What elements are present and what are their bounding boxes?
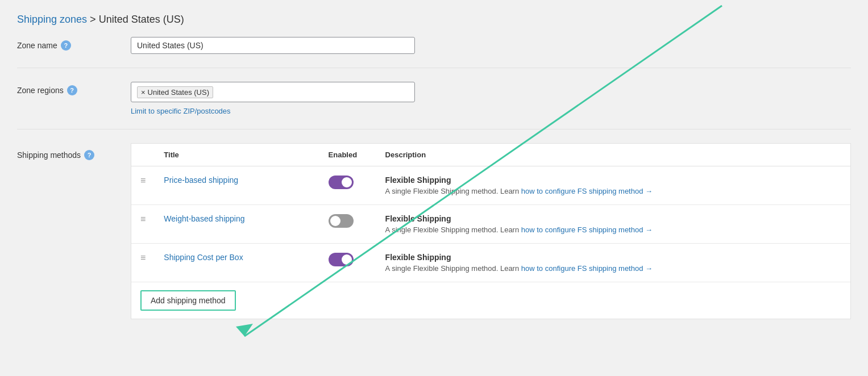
zone-regions-help-icon[interactable]: ? xyxy=(67,85,77,95)
method-title-cell: Price-based shipping xyxy=(155,166,319,205)
zone-regions-label: Zone regions xyxy=(17,86,64,95)
methods-table-wrapper: Title Enabled Description ≡ Price-based … xyxy=(131,143,851,319)
tag-remove[interactable]: × xyxy=(141,88,146,97)
method-desc-body: A single Flexible Shipping method. Learn… xyxy=(385,187,841,195)
method-title-link[interactable]: Price-based shipping xyxy=(164,176,238,185)
shipping-methods-section: Shipping methods ? Title Enabled Descrip… xyxy=(17,143,851,319)
zone-name-label: Zone name xyxy=(17,41,57,50)
method-title-link[interactable]: Shipping Cost per Box xyxy=(164,253,243,262)
method-title-cell: Weight-based shipping xyxy=(155,205,319,244)
configure-link[interactable]: how to configure FS shipping method → xyxy=(521,225,653,234)
method-title-link[interactable]: Weight-based shipping xyxy=(164,214,244,223)
drag-handle-icon[interactable]: ≡ xyxy=(140,214,146,224)
col-handle xyxy=(131,144,155,166)
method-desc-cell: Flexible Shipping A single Flexible Ship… xyxy=(376,205,850,244)
method-desc-title: Flexible Shipping xyxy=(385,176,841,185)
configure-link[interactable]: how to configure FS shipping method → xyxy=(521,264,653,273)
region-tag[interactable]: × United States (US) xyxy=(137,86,213,98)
toggle-slider xyxy=(329,214,354,228)
drag-handle-cell: ≡ xyxy=(131,205,155,244)
drag-handle-cell: ≡ xyxy=(131,166,155,205)
tag-label: United States (US) xyxy=(148,88,209,97)
col-enabled-header: Enabled xyxy=(319,144,376,166)
breadcrumb-current: United States (US) xyxy=(99,14,184,25)
col-title-header: Title xyxy=(155,144,319,166)
toggle-slider xyxy=(329,253,354,266)
add-method-cell: Add shipping method xyxy=(131,282,850,319)
shipping-methods-label-col: Shipping methods ? xyxy=(17,143,131,160)
methods-table: Title Enabled Description ≡ Price-based … xyxy=(131,144,850,319)
add-method-row: Add shipping method xyxy=(131,282,850,319)
zone-regions-control: × United States (US) Limit to specific Z… xyxy=(131,82,851,115)
add-shipping-method-button[interactable]: Add shipping method xyxy=(140,290,236,311)
zone-regions-label-col: Zone regions ? xyxy=(17,82,131,95)
method-desc-cell: Flexible Shipping A single Flexible Ship… xyxy=(376,244,850,282)
zone-name-input[interactable] xyxy=(131,37,415,54)
zone-regions-section: Zone regions ? × United States (US) Limi… xyxy=(17,82,851,129)
table-row: ≡ Shipping Cost per Box Flexible Shippin… xyxy=(131,244,850,282)
method-title-cell: Shipping Cost per Box xyxy=(155,244,319,282)
table-row: ≡ Weight-based shipping Flexible Shippin… xyxy=(131,205,850,244)
limit-zip-link[interactable]: Limit to specific ZIP/postcodes xyxy=(131,107,851,115)
method-toggle[interactable] xyxy=(329,214,354,228)
method-toggle[interactable] xyxy=(329,253,354,266)
zone-name-control xyxy=(131,37,851,54)
method-desc-cell: Flexible Shipping A single Flexible Ship… xyxy=(376,166,850,205)
table-header-row: Title Enabled Description xyxy=(131,144,850,166)
breadcrumb-separator: > xyxy=(90,14,96,25)
method-desc-body: A single Flexible Shipping method. Learn… xyxy=(385,225,841,234)
col-description-header: Description xyxy=(376,144,850,166)
drag-handle-cell: ≡ xyxy=(131,244,155,282)
method-toggle[interactable] xyxy=(329,176,354,189)
breadcrumb: Shipping zones > United States (US) xyxy=(17,14,851,26)
zone-name-help-icon[interactable]: ? xyxy=(61,40,71,51)
method-enabled-cell xyxy=(319,166,376,205)
method-desc-title: Flexible Shipping xyxy=(385,214,841,223)
method-enabled-cell xyxy=(319,244,376,282)
table-row: ≡ Price-based shipping Flexible Shipping… xyxy=(131,166,850,205)
shipping-zones-link[interactable]: Shipping zones xyxy=(17,14,87,25)
regions-input-wrapper[interactable]: × United States (US) xyxy=(131,82,415,102)
shipping-methods-label: Shipping methods xyxy=(17,151,81,160)
shipping-methods-help-icon[interactable]: ? xyxy=(84,150,94,160)
method-enabled-cell xyxy=(319,205,376,244)
toggle-slider xyxy=(329,176,354,189)
zone-name-section: Zone name ? xyxy=(17,37,851,68)
configure-link[interactable]: how to configure FS shipping method → xyxy=(521,187,653,195)
zone-name-label-col: Zone name ? xyxy=(17,37,131,51)
method-desc-title: Flexible Shipping xyxy=(385,253,841,262)
drag-handle-icon[interactable]: ≡ xyxy=(140,253,146,262)
method-desc-body: A single Flexible Shipping method. Learn… xyxy=(385,264,841,273)
drag-handle-icon[interactable]: ≡ xyxy=(140,176,146,185)
